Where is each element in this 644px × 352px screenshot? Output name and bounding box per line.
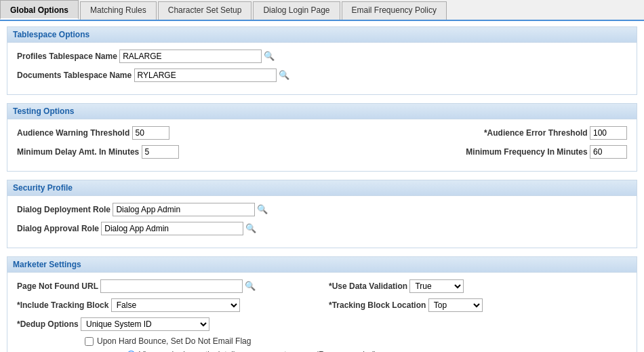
- main-content: Tablespace Options Profiles Tablespace N…: [0, 21, 644, 352]
- min-delay-input[interactable]: [142, 145, 179, 159]
- marketer-header: Marketer Settings: [7, 257, 637, 273]
- page-not-found-left: Page Not Found URL 🔍: [17, 279, 315, 293]
- tracking-location-select[interactable]: Top Bottom: [428, 298, 483, 312]
- tracking-location-label: *Tracking Block Location: [329, 300, 426, 310]
- tab-global-options[interactable]: Global Options: [0, 0, 79, 20]
- tracking-location-right: *Tracking Block Location Top Bottom: [315, 298, 627, 312]
- profiles-label: Profiles Tablespace Name: [17, 52, 117, 61]
- dedup-select[interactable]: Unique System ID Other: [81, 317, 209, 331]
- profiles-input[interactable]: [119, 50, 262, 63]
- tracking-row: *Include Tracking Block False True *Trac…: [17, 298, 627, 312]
- testing-col-right: *Audience Error Threshold Minimum Freque…: [322, 126, 627, 164]
- security-body: Dialog Deployment Role 🔍 Dialog Approval…: [7, 196, 637, 248]
- dedup-label: *Dedup Options: [17, 319, 79, 329]
- profiles-search-icon[interactable]: 🔍: [264, 51, 275, 62]
- audience-warning-input[interactable]: [132, 126, 169, 140]
- dedup-left: *Dedup Options Unique System ID Other: [17, 317, 627, 331]
- min-freq-row: Minimum Frequency In Minutes: [322, 145, 627, 159]
- hard-bounce-checkbox[interactable]: [85, 337, 94, 346]
- testing-col-left: Audience Warning Threshold Minimum Delay…: [17, 126, 322, 164]
- min-freq-input[interactable]: [590, 145, 627, 159]
- tablespace-header: Tablespace Options: [7, 27, 637, 43]
- security-section: Security Profile Dialog Deployment Role …: [7, 180, 637, 248]
- page-not-found-row: Page Not Found URL 🔍 *Use Data Validatio…: [17, 279, 627, 293]
- marketer-body: Page Not Found URL 🔍 *Use Data Validatio…: [7, 273, 637, 352]
- tab-email-frequency-policy[interactable]: Email Frequency Policy: [342, 1, 447, 20]
- testing-section: Testing Options Audience Warning Thresho…: [7, 103, 637, 172]
- tablespace-section: Tablespace Options Profiles Tablespace N…: [7, 26, 637, 95]
- testing-header: Testing Options: [7, 104, 637, 119]
- profiles-row: Profiles Tablespace Name 🔍: [17, 50, 627, 63]
- approval-search-icon[interactable]: 🔍: [245, 223, 256, 234]
- use-data-validation-right: *Use Data Validation True False: [315, 279, 627, 293]
- approval-label: Dialog Approval Role: [17, 224, 99, 233]
- hard-bounce-row: Upon Hard Bounce, Set Do Not Email Flag: [17, 336, 627, 346]
- audience-error-row: *Audience Error Threshold: [322, 126, 627, 140]
- marketer-section: Marketer Settings Page Not Found URL 🔍 *…: [7, 256, 637, 352]
- tab-matching-rules[interactable]: Matching Rules: [80, 1, 157, 20]
- documents-row: Documents Tablespace Name 🔍: [17, 69, 627, 82]
- approval-row: Dialog Approval Role 🔍: [17, 222, 627, 235]
- hard-bounce-label: Upon Hard Bounce, Set Do Not Email Flag: [97, 336, 251, 346]
- include-tracking-label: *Include Tracking Block: [17, 300, 108, 310]
- include-tracking-select[interactable]: False True: [111, 298, 240, 312]
- min-freq-label: Minimum Frequency In Minutes: [466, 147, 587, 157]
- deployment-input[interactable]: [113, 203, 255, 216]
- documents-input[interactable]: [134, 69, 277, 82]
- tablespace-body: Profiles Tablespace Name 🔍 Documents Tab…: [7, 43, 637, 94]
- documents-label: Documents Tablespace Name: [17, 71, 132, 80]
- page-not-found-search-icon[interactable]: 🔍: [245, 281, 256, 292]
- min-delay-row: Minimum Delay Amt. In Minutes: [17, 145, 322, 159]
- audience-warning-label: Audience Warning Threshold: [17, 128, 129, 138]
- documents-search-icon[interactable]: 🔍: [279, 70, 289, 81]
- testing-two-col: Audience Warning Threshold Minimum Delay…: [17, 126, 627, 164]
- deployment-search-icon[interactable]: 🔍: [257, 204, 268, 215]
- audience-warning-row: Audience Warning Threshold: [17, 126, 322, 140]
- tab-dialog-login-page[interactable]: Dialog Login Page: [253, 1, 340, 20]
- approval-input[interactable]: [101, 222, 243, 235]
- page-not-found-input[interactable]: [100, 279, 243, 293]
- testing-body: Audience Warning Threshold Minimum Delay…: [7, 119, 637, 171]
- audience-error-input[interactable]: [590, 126, 627, 140]
- page-not-found-label: Page Not Found URL: [17, 281, 98, 291]
- include-tracking-left: *Include Tracking Block False True: [17, 298, 315, 312]
- dedup-row: *Dedup Options Unique System ID Other: [17, 317, 627, 331]
- use-data-validation-label: *Use Data Validation: [329, 281, 407, 291]
- min-delay-label: Minimum Delay Amt. In Minutes: [17, 147, 139, 157]
- security-header: Security Profile: [7, 180, 637, 196]
- deployment-label: Dialog Deployment Role: [17, 205, 110, 214]
- audience-error-label: *Audience Error Threshold: [484, 128, 588, 138]
- use-data-validation-select[interactable]: True False: [409, 279, 464, 293]
- tab-character-set-setup[interactable]: Character Set Setup: [158, 1, 252, 20]
- deployment-row: Dialog Deployment Role 🔍: [17, 203, 627, 216]
- tab-bar: Global Options Matching Rules Character …: [0, 0, 644, 21]
